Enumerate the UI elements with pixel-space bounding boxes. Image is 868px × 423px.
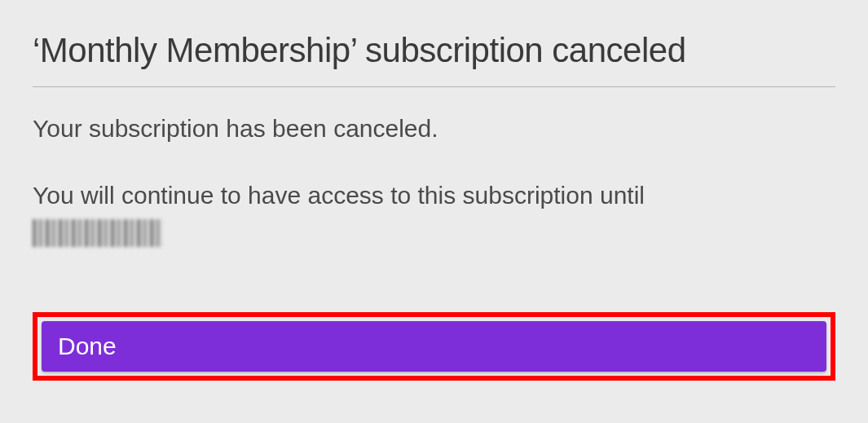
access-message: You will continue to have access to this… [33,178,835,213]
divider [33,86,835,87]
confirmation-message: Your subscription has been canceled. [33,112,835,146]
expiry-date-redacted [33,219,163,247]
highlight-annotation: Done [33,312,835,381]
done-button[interactable]: Done [42,321,826,372]
dialog-title: ‘Monthly Membership’ subscription cancel… [33,31,835,70]
